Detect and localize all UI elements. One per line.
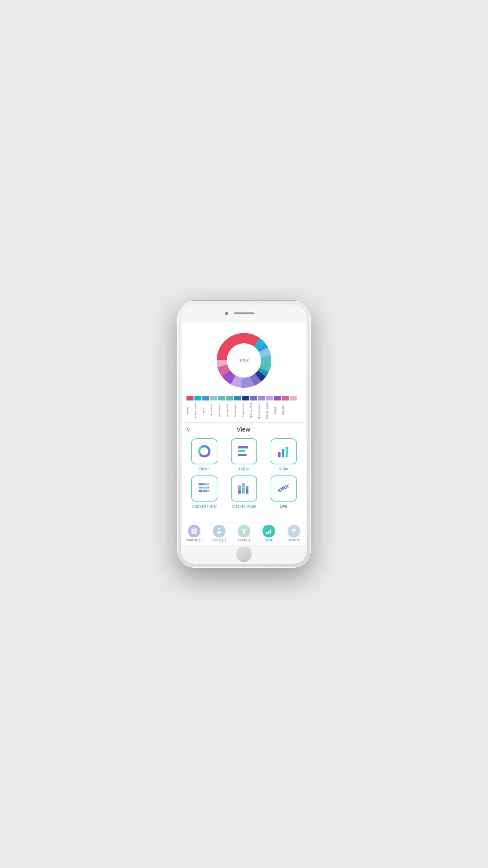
stacked-hbar-label: Stacked H-Bar <box>192 504 217 509</box>
line-chart-icon <box>275 480 292 497</box>
svg-rect-39 <box>242 485 245 488</box>
chart-option-vbar[interactable]: V-Bar <box>266 438 301 472</box>
legend-color-seminar <box>274 396 281 400</box>
svg-rect-30 <box>205 487 207 489</box>
svg-rect-22 <box>238 454 247 456</box>
nav-item-filter[interactable]: Filter (1) <box>232 525 256 542</box>
group-icon <box>216 528 223 535</box>
donut-chart-svg: 128k <box>212 329 276 392</box>
chart-option-stacked-vbar[interactable]: Stacked V-Bar <box>226 475 262 509</box>
svg-rect-32 <box>199 490 202 492</box>
legend-color-referral-staff <box>250 396 257 400</box>
stacked-vbar-label: Stacked V-Bar <box>232 504 256 509</box>
svg-rect-23 <box>278 452 281 457</box>
stacked-hbar-icon-box[interactable] <box>191 475 217 501</box>
legend-label-tradeshow: Tradesho <box>282 402 289 419</box>
legend-label-outbound: Outbound call <box>242 402 249 419</box>
view-label: View <box>265 538 272 542</box>
chart-option-stacked-hbar[interactable]: Stacked H-Bar <box>187 475 222 509</box>
svg-rect-52 <box>268 531 269 534</box>
chart-option-line[interactable]: Line <box>266 475 301 509</box>
svg-rect-28 <box>207 484 209 485</box>
stacked-vbar-icon-box[interactable] <box>231 475 257 501</box>
phone-frame: 128k <box>177 301 311 568</box>
measure-icon-circle <box>188 525 200 537</box>
svg-point-49 <box>218 529 220 531</box>
svg-point-48 <box>217 531 222 534</box>
legend-label-other <box>290 402 297 419</box>
svg-rect-44 <box>194 529 197 531</box>
front-camera <box>225 312 228 315</box>
home-button[interactable] <box>237 547 251 561</box>
legend-color-referral-partner <box>266 396 273 400</box>
legend-label-out-of-region: Out of region <box>234 402 241 419</box>
legend-label-biz-dev: busine...pment <box>194 402 201 419</box>
legend-label-seminar: Seminar <box>274 402 281 419</box>
svg-rect-38 <box>242 488 245 494</box>
phone-bottom-bar <box>181 545 307 564</box>
stacked-hbar-chart-icon <box>196 480 213 497</box>
nav-item-view[interactable]: View <box>256 525 281 542</box>
actions-icon <box>290 528 297 535</box>
collapse-chevron-icon[interactable]: ∨ <box>187 427 190 433</box>
phone-inner: 128k <box>181 305 307 564</box>
chart-option-hbar[interactable]: H-Bar <box>226 438 262 472</box>
group-label: Group (1) <box>212 538 226 542</box>
chart-center-value: 128k <box>239 358 249 363</box>
view-icon <box>265 528 272 535</box>
svg-rect-34 <box>207 490 209 492</box>
line-label: Line <box>280 504 287 509</box>
legend-label-referral-staff: Referral - Staff <box>250 402 257 419</box>
legend-label-not-specified: Not specified <box>226 402 233 419</box>
legend-colors-row <box>187 396 301 400</box>
legend-labels-row: sement busine...pment Email Inbound call… <box>187 402 301 419</box>
svg-rect-24 <box>282 449 284 457</box>
donut-icon-box[interactable] <box>191 438 217 464</box>
svg-rect-33 <box>203 490 207 492</box>
legend-label-industry: Industry event <box>218 402 225 419</box>
measure-label: Measure (1) <box>186 538 203 542</box>
svg-rect-20 <box>238 446 248 448</box>
chart-legend: sement busine...pment Email Inbound call… <box>185 396 303 419</box>
stacked-vbar-chart-icon <box>236 480 252 497</box>
chart-option-donut[interactable]: Donut <box>187 438 222 472</box>
vbar-label: V-Bar <box>279 467 289 472</box>
svg-rect-42 <box>246 486 249 489</box>
legend-color-advertisement <box>187 396 194 400</box>
legend-color-tradeshow <box>282 396 289 400</box>
legend-color-biz-dev <box>194 396 201 400</box>
hbar-icon-box[interactable] <box>231 438 257 464</box>
svg-marker-50 <box>241 529 247 534</box>
actions-label: Actions <box>289 538 299 542</box>
vbar-icon-box[interactable] <box>271 438 297 464</box>
nav-item-group[interactable]: Group (1) <box>206 525 231 542</box>
legend-color-email <box>202 396 209 400</box>
view-panel[interactable]: ∨ View Donut <box>182 423 306 522</box>
legend-label-referral-partner: Referral - partner <box>266 402 273 419</box>
svg-rect-31 <box>207 487 209 489</box>
svg-rect-36 <box>238 487 241 490</box>
legend-color-inbound <box>210 396 217 400</box>
nav-item-measure[interactable]: Measure (1) <box>182 525 206 542</box>
hbar-label: H-Bar <box>239 467 249 472</box>
legend-label-email: Email <box>202 402 209 419</box>
screen: 128k <box>182 322 306 545</box>
line-icon-box[interactable] <box>271 475 297 501</box>
filter-icon-circle <box>238 525 250 537</box>
legend-label-referral-customer: Referra...stomer <box>258 402 265 419</box>
legend-color-out-of-region <box>234 396 241 400</box>
actions-icon-circle <box>288 525 300 537</box>
group-icon-circle <box>213 525 226 537</box>
nav-item-actions[interactable]: Actions <box>282 525 306 542</box>
vbar-chart-icon <box>275 443 292 460</box>
svg-rect-46 <box>194 531 197 534</box>
svg-rect-41 <box>246 489 249 494</box>
phone-speaker <box>234 312 255 314</box>
phone-top-bar <box>181 305 307 322</box>
view-header: ∨ View <box>187 426 301 433</box>
svg-rect-51 <box>266 532 267 534</box>
legend-color-outbound <box>242 396 249 400</box>
legend-color-referral-customer <box>258 396 265 400</box>
svg-rect-45 <box>192 531 194 534</box>
measure-icon <box>191 528 198 535</box>
